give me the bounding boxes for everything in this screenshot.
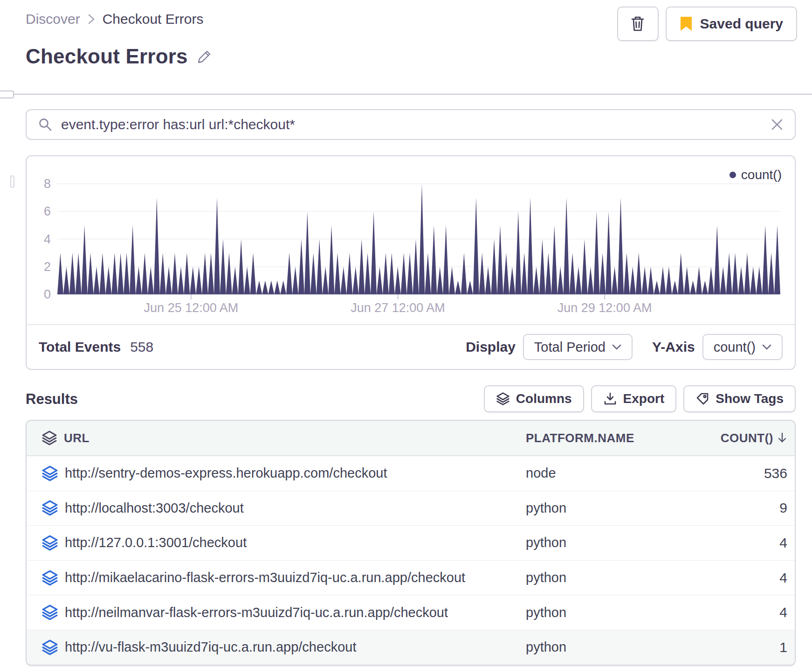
url-cell[interactable]: http://neilmanvar-flask-errors-m3uuizd7i… [65,605,448,620]
show-tags-label: Show Tags [716,391,784,406]
display-label: Display [466,339,516,355]
trash-icon [629,14,647,33]
breadcrumb-chevron-icon [88,13,95,25]
search-input[interactable]: event.type:error has:url url:*checkout* [61,117,771,132]
display-dropdown[interactable]: Total Period [523,334,633,360]
yaxis-label: Y-Axis [652,339,695,355]
column-header-count[interactable]: COUNT() [721,431,787,445]
table-row[interactable]: http://localhost:3003/checkoutpython9 [27,491,795,526]
breadcrumb-discover[interactable]: Discover [26,11,80,27]
url-cell[interactable]: http://sentry-demos-express.herokuapp.co… [65,466,387,481]
count-cell: 4 [779,604,787,620]
layers-icon [41,465,58,482]
column-header-url[interactable]: URL [64,431,89,445]
column-header-platform[interactable]: PLATFORM.NAME [526,431,634,445]
breadcrumb-current: Checkout Errors [103,11,204,27]
breadcrumb: Discover Checkout Errors [26,11,203,27]
search-bar[interactable]: event.type:error has:url url:*checkout* [26,109,796,140]
table-header: URL PLATFORM.NAME COUNT() [27,421,795,456]
tag-icon [695,392,709,406]
url-cell[interactable]: http://127.0.0.1:3001/checkout [65,535,247,550]
platform-cell: python [526,605,566,620]
x-axis-label: Jun 27 12:00 AM [351,301,445,315]
delete-query-button[interactable] [617,7,659,41]
bookmark-icon [680,16,693,32]
layers-icon [41,639,58,656]
search-icon [38,117,53,132]
layers-icon [41,500,58,516]
sort-desc-icon [777,432,787,444]
table-row[interactable]: http://neilmanvar-flask-errors-m3uuizd7i… [27,595,795,630]
layers-icon [41,604,58,621]
export-label: Export [623,391,665,406]
layers-icon [41,570,58,586]
count-cell: 536 [764,466,787,481]
yaxis-dropdown-value: count() [714,340,756,355]
layers-icon [41,430,57,446]
url-cell[interactable]: http://vu-flask-m3uuizd7iq-uc.a.run.app/… [65,639,356,655]
count-cell: 4 [779,570,787,586]
count-cell: 1 [779,639,787,655]
columns-button[interactable]: Columns [484,385,584,412]
chart-svg [57,177,780,304]
count-cell: 4 [779,535,787,551]
total-events-value: 558 [130,339,153,355]
y-axis-label: 8 [27,177,51,191]
yaxis-dropdown[interactable]: count() [702,334,783,360]
y-axis-label: 4 [27,232,51,247]
chevron-down-icon [762,344,771,350]
chevron-down-icon [612,344,621,350]
platform-cell: python [526,570,566,585]
drag-handle[interactable] [10,175,14,188]
x-axis-label: Jun 29 12:00 AM [557,301,652,315]
table-row[interactable]: http://mikaelacarino-flask-errors-m3uuiz… [27,560,795,595]
columns-label: Columns [516,391,572,406]
saved-query-label: Saved query [700,16,783,32]
chart-footer: Total Events 558 Display Total Period Y-… [27,324,795,369]
y-axis-label: 2 [27,260,51,274]
table-row[interactable]: http://sentry-demos-express.herokuapp.co… [27,456,795,491]
download-icon [603,392,617,406]
url-cell[interactable]: http://mikaelacarino-flask-errors-m3uuiz… [65,570,465,585]
results-heading: Results [26,391,78,408]
chart-panel: count() 02468 Jun 25 12:00 AMJun 27 12:0… [26,155,796,370]
clear-search-icon[interactable] [771,118,784,131]
url-cell[interactable]: http://localhost:3003/checkout [65,500,244,516]
y-axis-label: 0 [27,287,51,302]
platform-cell: node [526,466,556,481]
table-row[interactable]: http://vu-flask-m3uuizd7iq-uc.a.run.app/… [27,630,795,665]
layers-icon [496,392,510,406]
header-divider [0,94,812,95]
results-table-rows: http://sentry-demos-express.herokuapp.co… [27,456,795,665]
total-events-label: Total Events [39,339,121,355]
export-button[interactable]: Export [591,385,677,412]
show-tags-button[interactable]: Show Tags [683,385,796,412]
saved-query-button[interactable]: Saved query [666,7,797,41]
discover-page: Discover Checkout Errors [0,0,812,667]
layers-icon [41,535,58,551]
platform-cell: python [526,500,566,516]
platform-cell: python [526,639,566,655]
y-axis-label: 6 [27,204,51,219]
platform-cell: python [526,535,566,550]
count-cell: 9 [779,500,787,516]
table-row[interactable]: http://127.0.0.1:3001/checkoutpython4 [27,525,795,560]
count-header-label: COUNT() [721,431,773,445]
page-title: Checkout Errors [26,45,188,68]
display-dropdown-value: Total Period [534,340,606,355]
edit-icon[interactable] [196,48,213,65]
results-table: URL PLATFORM.NAME COUNT() http://sentry-… [26,420,796,666]
x-axis-label: Jun 25 12:00 AM [144,301,239,315]
sidebar-collapse-tab[interactable] [0,90,14,98]
